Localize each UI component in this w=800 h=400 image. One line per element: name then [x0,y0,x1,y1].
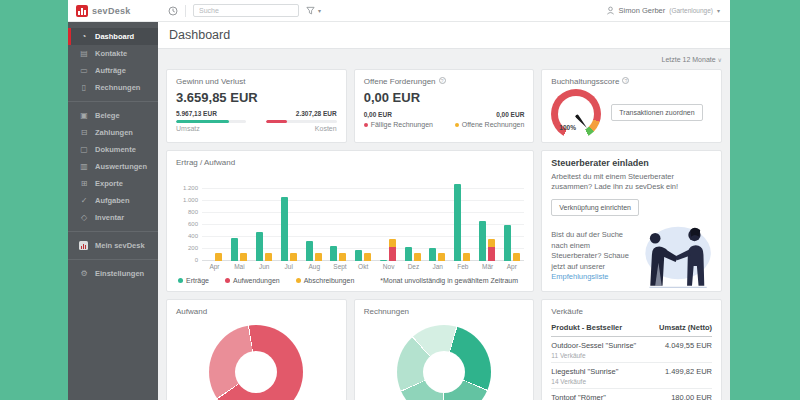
info-icon[interactable]: ? [622,77,629,84]
gear-icon: ⚙ [79,269,89,278]
bar-ertraege [429,248,436,261]
user-name: Simon Gerber [619,6,666,15]
app-window: sevDesk ◔ Dashboard ▤ Kontakte ▭ Aufträg… [68,0,730,400]
product-umsatz: 180,00 EUR [671,393,712,400]
offene-block: 0,00 EUR Offene Rechnungen [455,111,525,128]
bar-ertraege [306,241,313,261]
x-axis-label: Mai [234,263,244,270]
x-axis-label: Jul [284,263,294,270]
invoice-icon: ▯ [79,83,89,92]
legend-item[interactable]: Aufwendungen [225,277,280,284]
sidebar-item-label: Inventar [95,213,124,222]
handshake-illustration [633,217,715,289]
topbar: ▾ Simon Gerber (Gartenlounge) ▾ [158,0,730,22]
bar-ertraege [330,246,337,261]
x-axis-label: Jan [432,263,442,270]
bar-chart-plot: 02004006008001.0001.200 [202,177,524,261]
sidebar-item-einstellungen[interactable]: ⚙ Einstellungen [68,265,158,282]
score-gauge: 100% [551,89,601,135]
card-title: Gewinn und Verlust [176,77,337,86]
sidebar-item-dokumente[interactable]: ▢ Dokumente [68,141,158,158]
receipts-icon: ▣ [79,111,89,120]
card-verkaeufe: Verkäufe Produkt - Bestseller Umsatz (Ne… [541,299,722,400]
contacts-icon: ▤ [79,49,89,58]
faellige-block: 0,00 EUR Fällige Rechnungen [364,111,433,128]
umsatz-value: 5.967,13 EUR [176,110,246,117]
sevdesk-logo[interactable]: sevDesk [68,0,158,22]
bar-ertraege [380,260,387,261]
legend-dot-icon [296,278,301,283]
bar-stack [414,177,421,261]
x-axis-label: Nov [383,263,393,270]
bar-group [454,177,470,261]
sidebar-item-label: Dashboard [95,32,134,41]
legend-item[interactable]: Erträge [178,277,209,284]
documents-icon: ▢ [79,145,89,154]
table-row[interactable]: Liegestuhl "Sunrise" 1.499,82 EUR 14 Ver… [551,363,712,389]
sidebar-item-zahlungen[interactable]: ⊟ Zahlungen [68,124,158,141]
x-axis-label: Apr [209,263,219,270]
sidebar-nav: ◔ Dashboard ▤ Kontakte ▭ Aufträge ▯ Rech… [68,22,158,282]
sidebar-item-rechnungen[interactable]: ▯ Rechnungen [68,79,158,96]
x-axis-label: Apr [507,263,517,270]
kosten-label: Kosten [266,125,336,132]
table-row[interactable]: Tontopf "Römer" 180,00 EUR 4 Verkäufe [551,389,712,400]
legend-dot-icon [225,278,230,283]
bar-stack [265,177,272,261]
product-umsatz: 4.049,55 EUR [665,341,712,350]
bar-stack [215,177,222,261]
sidebar-divider [68,231,158,232]
x-axis-label: Dez [408,263,418,270]
chart-footnote: *Monat unvollständig in gewähltem Zeitra… [380,277,518,284]
bar-stack [389,177,396,261]
search-input[interactable] [193,4,299,17]
yellow-dot-icon [455,123,459,127]
forderungen-total: 0,00 EUR [364,90,525,105]
sidebar-item-label: Kontakte [95,49,127,58]
card-title: Buchhaltungsscore? [551,77,712,86]
user-menu[interactable]: Simon Gerber (Gartenlounge) ▾ [606,6,720,15]
bar-stack [315,177,322,261]
bar-ertraege [281,197,288,261]
bar-group [504,177,520,261]
table-row[interactable]: Outdoor-Sessel "Sunrise" 4.049,55 EUR 11… [551,337,712,363]
sidebar-item-mein-sevdesk[interactable]: Mein sevDesk [68,237,158,254]
umsatz-bar-track [176,120,246,123]
product-name: Tontopf "Römer" [551,393,606,400]
x-axis-label: Jun [259,263,269,270]
faellige-label: Fällige Rechnungen [364,121,433,128]
bar-group [355,177,371,261]
bar-stack [488,177,495,261]
gewinn-total: 3.659,85 EUR [176,90,337,105]
bar-group [330,177,346,261]
bar-ertraege [504,225,511,261]
info-icon[interactable]: ? [439,77,446,84]
filter-funnel-icon [306,6,315,15]
sidebar-item-exporte[interactable]: ⊞ Exporte [68,175,158,192]
user-icon [606,6,615,15]
sidebar-item-belege[interactable]: ▣ Belege [68,107,158,124]
aufwand-donut-chart [209,325,303,400]
verknuepfung-einrichten-button[interactable]: Verknüpfung einrichten [551,199,639,216]
card-ertrag-aufwand: Ertrag / Aufwand 02004006008001.0001.200… [166,150,534,292]
legend-item[interactable]: Abschreibungen [296,277,355,284]
sidebar-item-label: Rechnungen [95,83,140,92]
bar-group [429,177,445,261]
sidebar-item-aufgaben[interactable]: ✓ Aufgaben [68,192,158,209]
sidebar-item-auswertungen[interactable]: ▥ Auswertungen [68,158,158,175]
umsatz-block: 5.967,13 EUR Umsatz [176,110,246,132]
sidebar-item-inventar[interactable]: ◇ Inventar [68,209,158,226]
bar-stack [364,177,371,261]
sidebar-item-auftraege[interactable]: ▭ Aufträge [68,62,158,79]
sidebar-item-kontakte[interactable]: ▤ Kontakte [68,45,158,62]
sidebar-item-label: Mein sevDesk [95,241,145,250]
sidebar-item-dashboard[interactable]: ◔ Dashboard [68,28,158,45]
period-selector[interactable]: Letzte 12 Monate ∨ [166,53,722,66]
x-axis-label: Sept [333,263,343,270]
empfehlungsliste-link[interactable]: Empfehlungsliste [551,272,608,281]
history-clock-icon[interactable] [168,6,178,16]
logo-text: sevDesk [92,6,131,16]
search-filter-dropdown[interactable]: ▾ [306,6,321,15]
transaktionen-zuordnen-button[interactable]: Transaktionen zuordnen [611,104,702,121]
kosten-value: 2.307,28 EUR [266,110,336,117]
